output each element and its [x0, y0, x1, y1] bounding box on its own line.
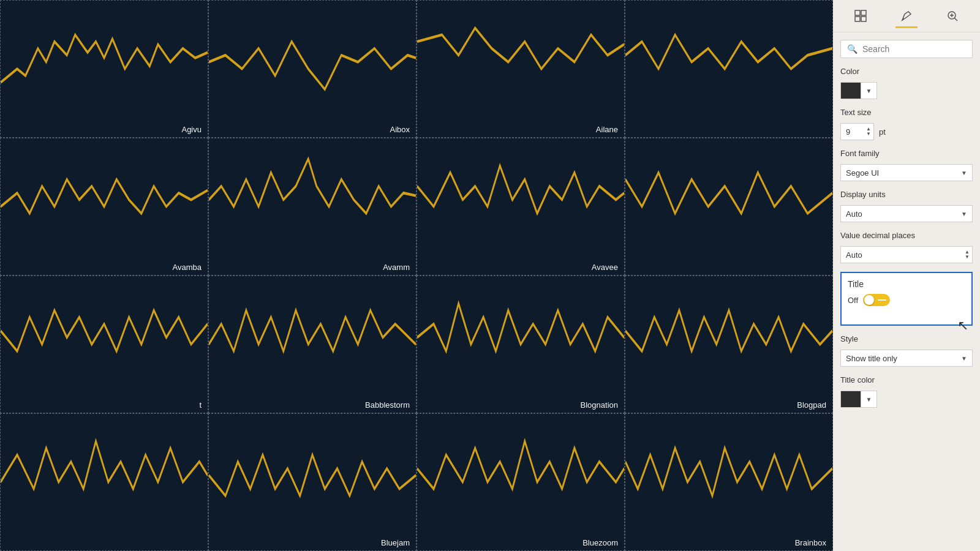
text-size-section: Text size 9 ▲ ▼ pt [840, 108, 973, 140]
toggle-row: Off [848, 294, 965, 306]
text-size-value: 9 [846, 127, 850, 137]
chart-label-blogpad: Blogpad [797, 400, 826, 410]
title-color-section: Title color ▼ [840, 375, 973, 408]
panel-content: 🔍 Color ▼ Text size 9 ▲ ▼ pt [833, 32, 980, 415]
toolbar-inspect-btn[interactable] [941, 5, 963, 27]
chart-label-ailane: Ailane [596, 125, 618, 134]
text-size-input[interactable]: 9 ▲ ▼ [840, 123, 874, 140]
chart-cell-empty1 [625, 0, 833, 138]
display-units-section: Display units Auto ▼ [840, 190, 973, 222]
decimal-places-value: Auto [846, 250, 862, 260]
toggle-dash [878, 299, 886, 301]
chart-cell-t[interactable]: t [0, 276, 208, 413]
chart-label-t: t [199, 400, 202, 410]
chart-label-avavee: Avavee [592, 263, 618, 272]
chart-label-brainbox: Brainbox [795, 538, 826, 547]
color-label: Color [840, 67, 973, 76]
chart-cell-avamba[interactable]: Avamba [0, 138, 208, 276]
color-dropdown-arrow[interactable]: ▼ [861, 83, 876, 99]
toggle-thumb [864, 295, 874, 305]
title-section: Title Off ↖ [840, 272, 973, 326]
title-color-label: Title color [840, 375, 973, 384]
decimal-down[interactable]: ▼ [965, 255, 970, 260]
decimal-places-input[interactable]: Auto ▲ ▼ [840, 246, 973, 263]
toggle-off-label: Off [848, 296, 858, 305]
display-units-dropdown[interactable]: Auto ▼ [840, 205, 973, 222]
title-color-swatch [841, 391, 861, 407]
chart-cell-bluejam[interactable]: Bluejam [208, 413, 417, 551]
text-size-down[interactable]: ▼ [866, 132, 871, 137]
chart-cell-agivu[interactable]: Agivu [0, 0, 208, 138]
display-units-value: Auto [846, 209, 862, 219]
chart-cell-avamm[interactable]: Avamm [208, 138, 417, 276]
style-dropdown[interactable]: Show title only ▼ [840, 350, 973, 367]
chart-cell-blognation[interactable]: Blognation [417, 276, 625, 413]
toolbar-grid-btn[interactable] [850, 5, 872, 27]
right-panel: 🔍 Color ▼ Text size 9 ▲ ▼ pt [833, 0, 980, 551]
toolbar-paint-btn[interactable] [895, 5, 918, 27]
svg-rect-2 [855, 17, 860, 21]
display-units-label: Display units [840, 190, 973, 199]
chart-cell-bluezoom[interactable]: Bluezoom [417, 413, 625, 551]
title-color-picker[interactable]: ▼ [840, 391, 877, 408]
decimal-places-label: Value decimal places [840, 231, 973, 240]
title-color-arrow[interactable]: ▼ [861, 391, 876, 407]
cursor-icon: ↖ [957, 318, 968, 334]
style-arrow: ▼ [961, 355, 967, 362]
title-toggle[interactable] [863, 294, 890, 306]
font-family-arrow: ▼ [961, 170, 967, 176]
main-chart-area: Agivu Aibox Ailane Avamba [0, 0, 833, 551]
text-size-unit: pt [879, 127, 886, 137]
chart-label-bluezoom: Bluezoom [582, 538, 618, 547]
color-picker[interactable]: ▼ [840, 82, 877, 99]
text-size-label: Text size [840, 108, 973, 117]
svg-rect-3 [861, 17, 866, 21]
decimal-places-section: Value decimal places Auto ▲ ▼ [840, 231, 973, 263]
svg-line-6 [954, 18, 957, 21]
chart-cell-babblestorm[interactable]: Babblestorm [208, 276, 417, 413]
font-family-section: Font family Segoe UI ▼ [840, 149, 973, 181]
chart-cell-blogpad[interactable]: Blogpad [625, 276, 833, 413]
color-section: Color ▼ [840, 67, 973, 99]
style-value: Show title only [846, 354, 897, 363]
chart-label-babblestorm: Babblestorm [365, 400, 410, 410]
search-input[interactable] [862, 44, 966, 54]
chart-label-aibox: Aibox [390, 125, 410, 134]
chart-cell-empty3 [0, 413, 208, 551]
title-toggle-label: Title [848, 279, 965, 289]
search-icon: 🔍 [847, 44, 858, 54]
color-swatch [841, 83, 861, 99]
decimal-spinners: ▲ ▼ [965, 247, 970, 263]
chart-cell-avavee[interactable]: Avavee [417, 138, 625, 276]
search-box[interactable]: 🔍 [840, 40, 973, 58]
font-family-value: Segoe UI [846, 168, 879, 178]
svg-rect-1 [861, 10, 866, 15]
font-family-dropdown[interactable]: Segoe UI ▼ [840, 164, 973, 181]
chart-label-avamm: Avamm [383, 263, 410, 272]
style-label: Style [840, 334, 973, 343]
panel-toolbar [833, 0, 980, 32]
chart-grid: Agivu Aibox Ailane Avamba [0, 0, 833, 551]
chart-label-blognation: Blognation [581, 400, 618, 410]
font-family-label: Font family [840, 149, 973, 158]
chart-cell-brainbox[interactable]: Brainbox [625, 413, 833, 551]
chart-label-agivu: Agivu [181, 125, 202, 134]
svg-rect-0 [855, 10, 860, 15]
text-size-row: 9 ▲ ▼ pt [840, 123, 973, 140]
chart-label-bluejam: Bluejam [381, 538, 410, 547]
display-units-arrow: ▼ [961, 211, 967, 217]
chart-cell-ailane[interactable]: Ailane [417, 0, 625, 138]
chart-cell-empty2 [625, 138, 833, 276]
chart-cell-aibox[interactable]: Aibox [208, 0, 417, 138]
style-section: Style Show title only ▼ [840, 334, 973, 367]
text-size-spinners: ▲ ▼ [866, 124, 871, 140]
chart-label-avamba: Avamba [173, 263, 202, 272]
